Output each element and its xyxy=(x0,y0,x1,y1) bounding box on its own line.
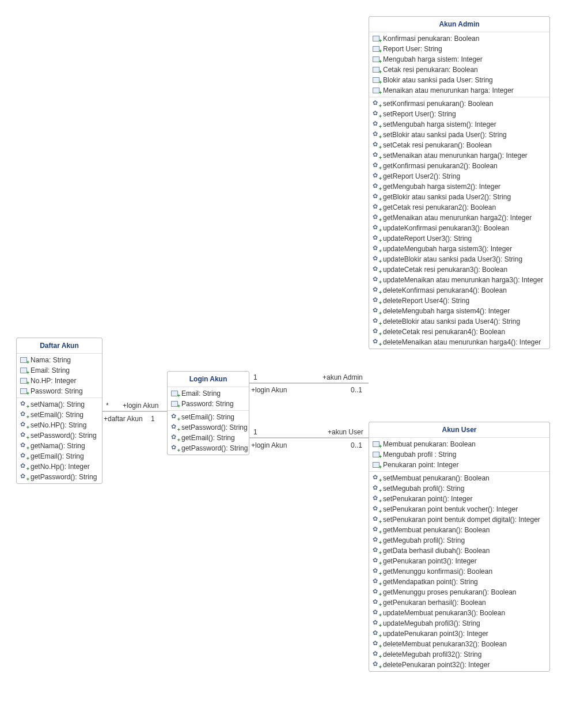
operation-row: setMembuat penukaran(): Boolean xyxy=(369,473,549,483)
row-text: Cetak resi penukaran: Boolean xyxy=(383,66,478,74)
operation-icon xyxy=(373,245,381,252)
role-label: +akun User xyxy=(328,428,363,436)
operation-row: setPenukaran point(): Integer xyxy=(369,494,549,504)
operation-row: setPassword(): String xyxy=(17,430,102,441)
row-text: updateBlokir atau sanksi pada User3(): S… xyxy=(383,255,522,263)
row-text: updateMembuat penukaran3(): Boolean xyxy=(383,609,505,617)
operation-icon xyxy=(373,630,381,637)
attribute-icon xyxy=(171,390,179,397)
operation-icon xyxy=(20,474,28,480)
row-text: setPenukaran point(): Integer xyxy=(383,495,472,503)
operation-row: updateBlokir atau sanksi pada User3(): S… xyxy=(369,254,549,264)
attribute-row: Cetak resi penukaran: Boolean xyxy=(369,65,549,75)
attribute-row: Email: String xyxy=(168,388,249,399)
multiplicity-label: 1 xyxy=(151,415,155,423)
operation-row: setEmail(): String xyxy=(168,412,249,422)
class-title: Login Akun xyxy=(168,372,249,387)
operation-row: setEmail(): String xyxy=(17,410,102,420)
operation-row: getMembuat penukaran(): Boolean xyxy=(369,525,549,535)
row-text: getData berhasil diubah(): Boolean xyxy=(383,547,490,555)
operation-icon xyxy=(20,453,28,460)
row-text: No.HP: Integer xyxy=(31,377,76,385)
row-text: setNo.HP(): String xyxy=(31,421,86,429)
row-text: deleteMegubah profil32(): String xyxy=(383,650,481,658)
row-text: Blokir atau sanksi pada User: String xyxy=(383,76,493,84)
attributes-section: Konfirmasi penukaran: BooleanReport User… xyxy=(369,32,549,97)
role-label: +login Akun xyxy=(123,402,158,410)
row-text: Email: String xyxy=(31,366,70,374)
row-text: deleteCetak resi penukaran4(): Boolean xyxy=(383,328,505,336)
row-text: Menaikan atau menurunkan harga: Integer xyxy=(383,86,514,94)
operation-row: setMengubah harga sistem(): Integer xyxy=(369,119,549,130)
operation-row: setCetak resi penukaran(): Boolean xyxy=(369,140,549,150)
operation-row: getEmail(): String xyxy=(168,433,249,443)
operation-icon xyxy=(373,266,381,273)
operation-row: updateMembuat penukaran3(): Boolean xyxy=(369,608,549,618)
operation-icon xyxy=(373,152,381,159)
attribute-icon xyxy=(20,377,28,384)
attribute-icon xyxy=(20,388,28,395)
operation-row: getMenunggu konfirmasi(): Boolean xyxy=(369,566,549,577)
operation-icon xyxy=(20,411,28,418)
operation-icon xyxy=(373,641,381,648)
row-text: Password: String xyxy=(31,387,83,395)
operation-icon xyxy=(373,204,381,211)
operation-icon xyxy=(171,414,179,421)
class-akun-user[interactable]: Akun User Membuat penukaran: BooleanMeng… xyxy=(369,422,550,672)
operation-row: getMengubah harga sistem2(): Integer xyxy=(369,181,549,192)
class-akun-admin[interactable]: Akun Admin Konfirmasi penukaran: Boolean… xyxy=(369,16,550,349)
operation-row: setNama(): String xyxy=(17,399,102,410)
row-text: deletePenukaran point32(): Integer xyxy=(383,661,490,669)
operation-icon xyxy=(373,651,381,658)
operation-icon xyxy=(373,568,381,575)
operation-row: setReport User(): String xyxy=(369,109,549,119)
row-text: Mengubah harga sistem: Integer xyxy=(383,55,483,63)
operation-row: getMegubah profil(): String xyxy=(369,535,549,546)
multiplicity-label: * xyxy=(106,402,109,410)
row-text: getReport User2(): String xyxy=(383,172,460,180)
attribute-row: Membuat penukaran: Boolean xyxy=(369,439,549,449)
operation-row: getPenukaran berhasil(): Boolean xyxy=(369,597,549,608)
operation-icon xyxy=(20,432,28,439)
attribute-icon xyxy=(373,35,381,42)
row-text: updateCetak resi penukaran3(): Boolean xyxy=(383,266,507,274)
row-text: setMegubah profil(): String xyxy=(383,484,464,493)
row-text: getKonfirmasi penukaran2(): Boolean xyxy=(383,162,498,170)
operation-icon xyxy=(373,610,381,616)
operation-icon xyxy=(373,318,381,325)
operations-section: setKonfirmasi penukaran(): BooleansetRep… xyxy=(369,97,549,349)
row-text: getPassword(): String xyxy=(181,444,248,452)
operation-row: getPassword(): String xyxy=(17,472,102,482)
class-daftar-akun[interactable]: Daftar Akun Nama: StringEmail: StringNo.… xyxy=(16,338,103,484)
row-text: getBlokir atau sanksi pada User2(): Stri… xyxy=(383,193,511,201)
operation-icon xyxy=(373,194,381,200)
operation-icon xyxy=(373,308,381,315)
row-text: getCetak resi penukaran2(): Boolean xyxy=(383,203,496,211)
operation-row: getNo.Hp(): Integer xyxy=(17,461,102,472)
row-text: setMengubah harga sistem(): Integer xyxy=(383,120,496,128)
row-text: getNo.Hp(): Integer xyxy=(31,463,90,471)
role-label: +login Akun xyxy=(251,441,287,449)
operation-icon xyxy=(20,401,28,408)
operation-icon xyxy=(20,463,28,470)
operation-icon xyxy=(373,121,381,128)
attribute-icon xyxy=(373,77,381,84)
attributes-section: Nama: StringEmail: StringNo.HP: IntegerP… xyxy=(17,354,102,398)
class-title: Akun User xyxy=(369,422,549,438)
operation-row: deletePenukaran point32(): Integer xyxy=(369,660,549,670)
row-text: Email: String xyxy=(181,389,221,398)
operation-icon xyxy=(373,173,381,180)
attribute-row: Blokir atau sanksi pada User: String xyxy=(369,75,549,85)
operation-icon xyxy=(373,328,381,335)
attribute-icon xyxy=(373,87,381,94)
row-text: deleteMenaikan atau menurunkan harga4():… xyxy=(383,338,541,346)
operations-section: setNama(): StringsetEmail(): StringsetNo… xyxy=(17,398,102,483)
operation-icon xyxy=(373,558,381,565)
operation-row: setKonfirmasi penukaran(): Boolean xyxy=(369,99,549,109)
operations-section: setMembuat penukaran(): BooleansetMeguba… xyxy=(369,472,549,671)
class-login-akun[interactable]: Login Akun Email: StringPassword: String… xyxy=(167,371,249,455)
operation-row: getPenukaran point3(): Integer xyxy=(369,556,549,566)
operation-icon xyxy=(373,661,381,668)
operation-icon xyxy=(20,422,28,429)
multiplicity-label: 0..1 xyxy=(351,441,362,449)
